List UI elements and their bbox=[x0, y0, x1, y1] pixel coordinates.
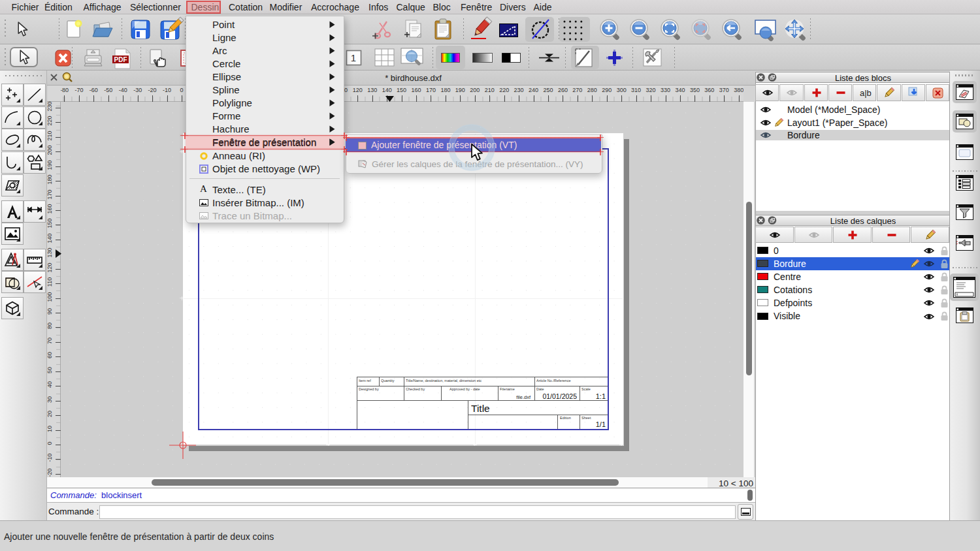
svg-text:1: 1 bbox=[351, 52, 356, 63]
svg-text:PDF: PDF bbox=[114, 56, 127, 63]
